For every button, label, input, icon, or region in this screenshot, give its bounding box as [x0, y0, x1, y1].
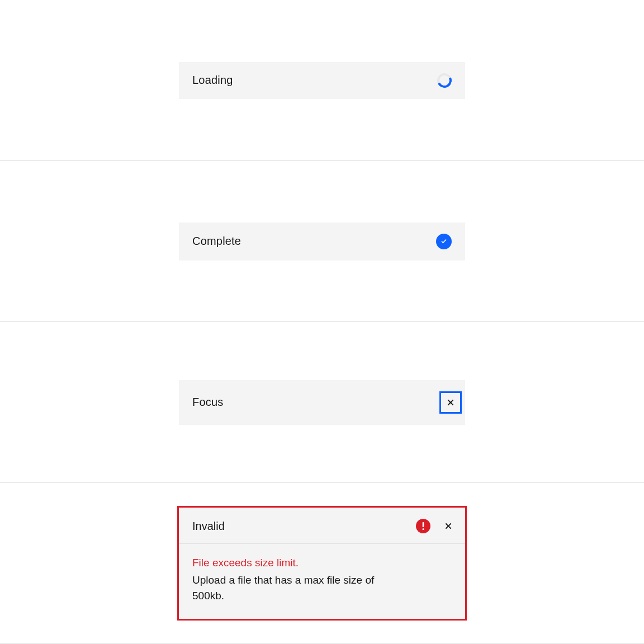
- file-item-complete: Complete: [179, 222, 465, 261]
- file-item-loading: Loading: [179, 62, 465, 99]
- invalid-header: Invalid: [179, 508, 465, 544]
- state-invalid-section: Invalid File exceeds size limit. Upload …: [0, 483, 644, 644]
- invalid-body: File exceeds size limit. Upload a file t…: [179, 544, 465, 619]
- close-icon: [443, 521, 453, 531]
- close-icon: [446, 397, 456, 408]
- error-title: File exceeds size limit.: [192, 555, 452, 571]
- svg-rect-0: [423, 522, 424, 527]
- error-message: Upload a file that has a max file size o…: [192, 572, 405, 604]
- state-focus-section: Focus: [0, 322, 644, 483]
- file-label: Focus: [192, 396, 223, 409]
- checkmark-filled-icon: [436, 234, 452, 249]
- error-filled-icon: [416, 519, 430, 533]
- loading-spinner-icon: [437, 73, 452, 88]
- remove-file-button[interactable]: [443, 520, 454, 532]
- state-loading-section: Loading: [0, 0, 644, 161]
- remove-file-button[interactable]: [439, 391, 462, 414]
- file-item-focus: Focus: [179, 380, 465, 425]
- file-label: Loading: [192, 74, 233, 87]
- state-complete-section: Complete: [0, 161, 644, 322]
- svg-point-1: [423, 528, 424, 530]
- file-label: Invalid: [192, 520, 225, 533]
- file-label: Complete: [192, 235, 241, 248]
- file-item-invalid: Invalid File exceeds size limit. Upload …: [179, 508, 465, 619]
